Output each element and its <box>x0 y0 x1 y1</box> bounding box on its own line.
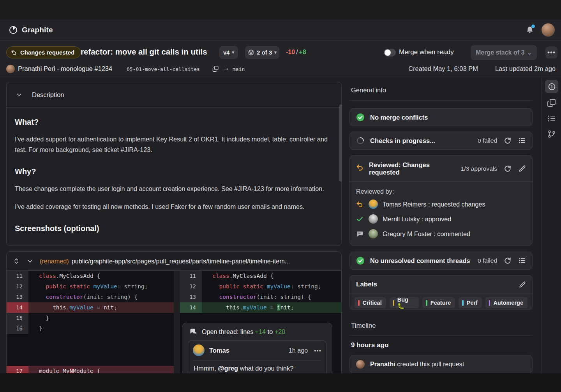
merge-conflicts-label: No merge conflicts <box>370 114 428 121</box>
timeline-event-card: Pranathi created this pull request <box>349 355 533 373</box>
reviewer-row: Gregory M Foster : commented <box>350 226 532 241</box>
spinner-icon <box>356 136 365 145</box>
comment-header: Tomas 1h ago ••• <box>188 341 326 360</box>
diff-pane-before: 11class.MyClassAdd {12 public static myV… <box>7 271 174 376</box>
code-line: 12 public static myValue: string; <box>180 281 342 292</box>
code-line: 13 constructor(init: string) { <box>180 292 342 302</box>
description-label: Description <box>32 91 64 99</box>
version-label: v4 <box>223 49 230 56</box>
description-header: Description <box>7 82 341 108</box>
unfold-diff-icon[interactable] <box>13 258 20 265</box>
label-color-bar <box>462 300 464 306</box>
checks-card: Checks in progress... 0 failed <box>349 132 533 150</box>
label-chip[interactable]: Bug 🐛 <box>390 297 419 308</box>
threads-failed-count: 0 failed <box>478 257 497 264</box>
thread-title-prefix: Open thread: lines <box>202 328 255 335</box>
user-avatar[interactable] <box>542 23 555 37</box>
more-options-button[interactable]: ••• <box>545 46 557 58</box>
status-badge-label: Changes requested <box>20 49 74 56</box>
target-branch: main <box>233 66 245 72</box>
lines-removed: -10 <box>286 49 295 55</box>
label-chip[interactable]: Feature <box>422 297 455 308</box>
chevron-down-icon: ▾ <box>232 50 235 55</box>
left-column-scrollbar[interactable] <box>339 104 342 182</box>
timeline-title: Timeline <box>351 322 376 330</box>
merge-when-ready-toggle[interactable] <box>384 49 396 57</box>
comment-threads-label: No unresolved comment threads <box>370 257 470 265</box>
reviewer-row: Merrill Lutsky : approved <box>350 212 532 226</box>
comment-threads-icon <box>189 327 197 336</box>
merge-stack-button[interactable]: Merge stack of 3 ⌄ <box>471 45 537 60</box>
approvals-count: 1/3 approvals <box>461 165 497 172</box>
ellipsis-icon: ••• <box>547 49 556 57</box>
checks-label: Checks in progress... <box>370 137 435 145</box>
version-dropdown[interactable]: v4 ▾ <box>219 46 238 59</box>
review-status-card: Reviewed: Changes requested 1/3 approval… <box>349 155 533 245</box>
stack-position-dropdown[interactable]: 2 of 3 ▾ <box>245 46 279 59</box>
pr-title: refactor: move all git calls in utils <box>81 47 207 57</box>
code-line: 13 constructor(init: string) { <box>7 292 174 302</box>
divider <box>349 100 533 101</box>
refresh-icon[interactable] <box>504 137 512 145</box>
edit-labels-icon[interactable] <box>519 281 526 288</box>
diffstat: -10/+8 <box>286 49 306 56</box>
refresh-icon[interactable] <box>504 257 512 265</box>
checks-failed-count: 0 failed <box>478 137 497 144</box>
pr-header: Changes requested refactor: move all git… <box>0 41 561 76</box>
reviewer-avatar <box>369 229 378 238</box>
label-chip[interactable]: Perf <box>459 297 482 308</box>
files-panel-icon[interactable] <box>547 98 556 108</box>
diffstat-separator: / <box>295 49 299 55</box>
merge-conflicts-card: No merge conflicts <box>349 108 533 126</box>
edit-reviewers-icon[interactable] <box>518 165 526 173</box>
reviewer-avatar <box>369 200 378 209</box>
why-text-1: These changes complete the user login an… <box>15 184 330 194</box>
notifications-bell-icon[interactable] <box>525 25 535 35</box>
label-chip[interactable]: Automerge <box>485 297 527 308</box>
code-line: 16} <box>7 323 174 334</box>
git-branch-panel-icon[interactable] <box>547 129 556 139</box>
undo-icon <box>11 49 17 56</box>
label-chip[interactable]: Critical <box>355 297 386 308</box>
created-timestamp: Created May 1, 6:03 PM <box>408 65 478 72</box>
reviewer-row: Tomas Reimers : requested changes <box>350 197 532 212</box>
comment-timestamp: 1h ago <box>289 347 308 354</box>
screenshots-heading: Screenshots (optional) <box>15 224 332 233</box>
code-line: 14 this.myValue = init; <box>180 302 342 313</box>
info-panel-button[interactable] <box>545 80 558 93</box>
bottom-letterbox-band <box>0 373 561 392</box>
thread-header: Open thread: lines +14 to +20 <box>182 323 332 340</box>
author-avatar <box>6 65 15 73</box>
merge-when-ready-label: Merge when ready <box>399 48 454 56</box>
arrow-right-icon: → <box>223 64 229 72</box>
code-line: 14 this.myValue = nit; <box>7 302 174 313</box>
why-text-2: I've added coverage for testing all new … <box>15 201 330 212</box>
threads-list-icon[interactable] <box>518 257 526 265</box>
notification-dot <box>531 25 535 28</box>
merge-stack-button-label: Merge stack of 3 <box>476 49 524 56</box>
changes-requested-icon <box>356 164 364 171</box>
checks-list-icon[interactable] <box>518 137 526 145</box>
comment-text: Hmmm, <box>194 365 218 372</box>
checklist-panel-icon[interactable] <box>547 114 556 123</box>
mention-link[interactable]: @greg <box>218 365 238 372</box>
collapse-chevron-icon[interactable] <box>27 258 33 264</box>
reviewer-text: Tomas Reimers : requested changes <box>383 201 485 208</box>
requested-changes-icon <box>356 201 363 208</box>
refresh-icon[interactable] <box>504 165 512 173</box>
brand-name: Graphite <box>22 26 53 34</box>
thread-title: Open thread: lines +14 to +20 <box>202 328 285 335</box>
event-author-avatar <box>356 360 365 369</box>
reviewer-avatar <box>369 214 378 224</box>
status-badge: Changes requested <box>6 46 81 58</box>
collapse-chevron-icon[interactable] <box>16 92 22 98</box>
comment-text: what do you think? <box>238 365 293 372</box>
comment-threads-card: No unresolved comment threads 0 failed <box>349 252 533 270</box>
comment-more-icon[interactable]: ••• <box>314 347 321 354</box>
copy-branch-icon[interactable] <box>212 65 219 72</box>
timeline-group-label: 9 hours ago <box>351 341 388 349</box>
renamed-tag: (renamed) <box>40 258 69 265</box>
thread-line-from: +14 <box>255 328 266 335</box>
code-line: 15 } <box>7 313 174 323</box>
chevron-down-icon: ▾ <box>274 50 277 55</box>
